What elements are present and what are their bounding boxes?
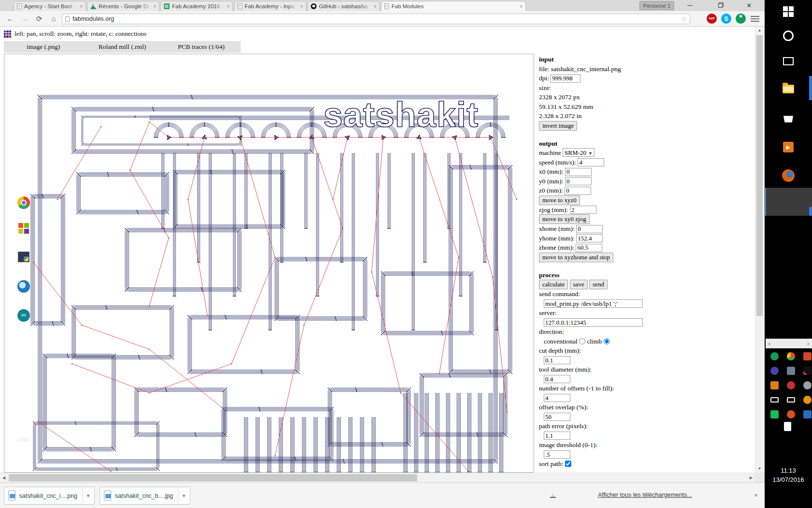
windows-store-icon[interactable] — [765, 110, 812, 126]
chevron-down-icon[interactable]: ▼ — [82, 487, 90, 504]
update-tray-icon[interactable] — [803, 396, 812, 404]
pinwheel-tray-icon[interactable] — [787, 381, 795, 389]
y0-input[interactable] — [565, 177, 592, 185]
close-button[interactable]: ✕ — [739, 0, 760, 11]
tool-tray-icon[interactable] — [803, 410, 812, 418]
move-to-xyzhome-button[interactable]: move to xyzhome and stop — [539, 253, 613, 262]
language-indicator[interactable]: FRA — [0, 435, 47, 445]
threshold-input[interactable] — [544, 450, 570, 459]
horizontal-scroll-thumb[interactable] — [9, 474, 417, 481]
cloud-tray-icon[interactable] — [803, 381, 812, 389]
move-to-xy0-zjog-button[interactable]: move to xy0 zjog — [539, 214, 590, 224]
home-icon[interactable]: ⌂ — [47, 13, 60, 25]
download-item[interactable]: satshakit_cnc_b....jpg ▼ — [100, 487, 190, 505]
download-item[interactable]: satshakit_cnc_i....png ▼ — [4, 487, 95, 505]
tab-roland-mill[interactable]: Roland mill (.rml) — [83, 41, 161, 53]
tool-diameter-input[interactable] — [544, 375, 570, 383]
speed-input[interactable] — [578, 158, 604, 166]
task-view-icon[interactable] — [765, 54, 812, 68]
cut-depth-input[interactable] — [544, 356, 570, 364]
send-command-input[interactable] — [544, 299, 643, 308]
vertical-scroll-thumb[interactable] — [756, 35, 763, 316]
browser-tab[interactable]: Récents - Google Dr × — [87, 1, 160, 11]
reload-icon[interactable]: ⟳ — [33, 13, 45, 25]
battery-tray-icon[interactable] — [770, 397, 779, 403]
scroll-left-icon[interactable]: ◀ — [0, 473, 8, 483]
tab-close-icon[interactable]: × — [80, 4, 83, 9]
browser-tab[interactable]: Fab Academy 2016 × — [160, 1, 233, 11]
send-button[interactable]: send — [589, 280, 608, 289]
zhome-input[interactable] — [576, 244, 602, 252]
grid-tray-icon[interactable] — [803, 352, 812, 360]
search-tray-icon[interactable] — [787, 367, 795, 375]
yhome-input[interactable] — [576, 234, 603, 242]
profile-badge[interactable]: Personne 1 — [639, 1, 674, 10]
x0-input[interactable] — [565, 168, 592, 176]
chrome-taskbar-active[interactable] — [765, 188, 812, 216]
dropbox-tray-icon[interactable] — [770, 410, 779, 418]
move-to-xyz0-button[interactable]: move to xyz0 — [539, 195, 580, 205]
dpi-input[interactable] — [551, 75, 580, 83]
office-icon[interactable] — [0, 221, 47, 236]
path-error-input[interactable] — [544, 432, 570, 440]
xhome-input[interactable] — [576, 225, 603, 233]
calculate-button[interactable]: calculate — [539, 280, 568, 289]
tab-close-icon[interactable]: × — [520, 4, 522, 9]
scroll-down-icon[interactable]: ▼ — [755, 465, 764, 473]
minimize-button[interactable] — [679, 0, 700, 11]
wifi-tray-icon[interactable] — [787, 397, 795, 403]
back-icon[interactable]: ← — [4, 13, 16, 25]
machine-select[interactable]: SRM-20▼ — [563, 148, 594, 157]
server-input[interactable] — [544, 318, 643, 327]
taskbar-clock[interactable]: 11:13 13/07/2016 — [765, 466, 812, 484]
start-button[interactable] — [765, 5, 812, 18]
tab-close-icon[interactable]: × — [300, 4, 303, 9]
chevron-right-icon[interactable]: › — [807, 341, 809, 346]
z0-input[interactable] — [565, 187, 591, 195]
pixel-app-tray-icon[interactable] — [803, 367, 812, 375]
thunderbird-icon[interactable] — [0, 278, 47, 295]
tab-image-png[interactable]: image (.png) — [4, 41, 83, 53]
offsets-input[interactable] — [544, 394, 570, 402]
browser-tab[interactable]: GitHub - satshas/sa × — [307, 1, 380, 11]
horizontal-scrollbar[interactable]: ◀ ▶ — [0, 473, 755, 482]
shelf-close-icon[interactable]: × — [754, 492, 758, 499]
conventional-radio[interactable] — [579, 338, 585, 344]
save-button[interactable]: save — [570, 280, 588, 289]
purple-app-tray-icon[interactable] — [770, 367, 779, 375]
taskbar-overflow-scroller[interactable]: ‹ › — [766, 339, 812, 348]
forward-icon[interactable]: → — [18, 13, 31, 25]
tab-pcb-traces[interactable]: PCB traces (1/64) — [162, 41, 241, 53]
bookmark-star-icon[interactable]: ☆ — [681, 15, 687, 23]
sort-path-checkbox[interactable] — [565, 461, 571, 467]
browser-tab[interactable]: Agency - Start Boot × — [14, 1, 86, 11]
menu-icon[interactable] — [751, 15, 759, 22]
zjog-input[interactable] — [570, 206, 596, 214]
pcb-canvas[interactable]: satshakit — [4, 54, 534, 473]
tab-close-icon[interactable]: × — [374, 4, 377, 9]
chevron-down-icon[interactable]: ▼ — [178, 487, 186, 504]
adblock-icon[interactable]: ABP — [707, 14, 717, 24]
media-player-icon[interactable]: ▶ — [765, 139, 812, 155]
hangouts-tray-icon[interactable] — [770, 352, 779, 360]
browser-tab-active[interactable]: Fab Modules × — [381, 1, 526, 11]
url-bar[interactable]: fabmodules.org ☆ — [62, 14, 690, 24]
chrome-icon[interactable] — [0, 195, 47, 210]
scroll-right-icon[interactable]: ▶ — [747, 473, 755, 483]
tab-close-icon[interactable]: × — [153, 4, 156, 9]
show-all-downloads-link[interactable]: Afficher tous les téléchargements... — [598, 492, 692, 498]
file-explorer-icon[interactable] — [765, 81, 812, 97]
fox-app-tray-icon[interactable] — [787, 410, 795, 418]
person-app-tray-icon[interactable] — [770, 381, 779, 389]
cortana-icon[interactable] — [765, 28, 812, 44]
chrome-tray-icon[interactable] — [787, 352, 795, 360]
firefox-icon[interactable] — [765, 167, 812, 184]
vertical-scrollbar[interactable]: ▲ ▼ — [755, 27, 763, 473]
restore-button[interactable] — [710, 0, 731, 11]
tab-close-icon[interactable]: × — [227, 4, 230, 9]
climb-radio[interactable] — [604, 338, 610, 344]
chevron-left-icon[interactable]: ‹ — [768, 341, 770, 346]
arduino-icon[interactable]: ∞ — [0, 307, 47, 324]
skype-icon[interactable]: S — [721, 14, 731, 24]
scroll-up-icon[interactable]: ▲ — [755, 27, 764, 34]
